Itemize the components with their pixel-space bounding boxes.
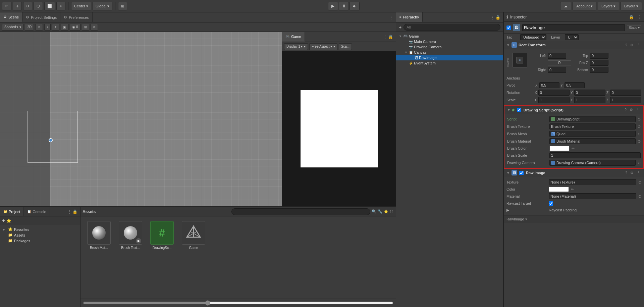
pivot-btn[interactable]: Center ▾ [71,2,91,10]
transform-handle[interactable] [49,138,53,142]
color-swatch[interactable] [549,187,569,192]
shading-mode-btn[interactable]: Shaded ▾ [2,24,23,31]
cloud-btn[interactable]: ☁ [560,2,571,10]
tab-preferences[interactable]: ⚙ Preferences [60,12,92,22]
project-tab-more[interactable]: ⋮ 🔒 [65,207,80,216]
raycast-target-checkbox[interactable] [549,201,553,206]
account-btn[interactable]: Account ▾ [573,2,596,10]
play-btn[interactable]: ▶ [328,2,338,10]
raw-image-settings-btn[interactable]: ⚙ [629,170,635,175]
assets-tree-item[interactable]: 📁 Assets [0,232,80,238]
brush-mesh-circle-btn[interactable]: ⊙ [638,132,641,136]
step-btn[interactable]: ⏭ [350,2,360,10]
bottom-input[interactable] [590,67,608,73]
rect-transform-help-btn[interactable]: ? [624,43,628,48]
object-name-input[interactable] [522,24,625,31]
rotate-tool-btn[interactable]: ↺ [23,2,32,10]
raw-image-more-btn[interactable]: ⋮ [636,170,641,175]
rect-tool-btn[interactable]: ⬜ [44,2,55,10]
tab-scene[interactable]: ⚙ Scene [0,12,22,22]
anchor-widget[interactable] [513,53,527,67]
right-input[interactable] [548,67,566,73]
game-tab-more[interactable]: ⋮ 🔒 [380,32,396,42]
drawing-script-help-btn[interactable]: ? [624,107,628,112]
rot-z-input[interactable] [610,90,641,96]
asset-brush-material[interactable]: Brush Mat... [84,220,114,251]
grid-btn[interactable]: ⊞ [82,24,89,31]
drawing-script-settings-btn[interactable]: ⚙ [629,107,634,112]
hierarchy-item-drawing-camera[interactable]: 📷 Drawing Camera [396,44,503,50]
rect-transform-header[interactable]: ▼ ⊞ Rect Transform ? ⚙ ⋮ [504,41,644,49]
texture-circle-btn[interactable]: ⊙ [638,180,641,185]
posz-input[interactable] [590,60,608,66]
drawing-camera-circle-btn[interactable]: ⊙ [638,161,641,165]
assets-search-input[interactable] [231,208,370,215]
2d-btn[interactable]: 2D [25,24,34,31]
material-circle-btn[interactable]: ⊙ [638,194,641,199]
hierarchy-tab-more[interactable]: ⋮ 🔒 [488,12,503,22]
aspect-btn[interactable]: Free Aspect ▾ [309,43,337,50]
object-active-checkbox[interactable] [506,25,511,30]
light-btn[interactable]: ☀ [35,24,43,31]
hand-tool-btn[interactable]: ☞ [2,2,11,10]
space-btn[interactable]: Global ▾ [93,2,112,10]
tab-project-settings[interactable]: ⚙ Project Settings [22,12,60,22]
snap-btn[interactable]: ⊞ [118,2,127,10]
brush-color-swatch[interactable] [549,146,570,151]
static-badge[interactable]: Static ▾ [627,25,641,30]
layout-btn[interactable]: Layout ▾ [621,2,642,10]
brush-color-edit-icon[interactable]: ✏ [572,146,575,151]
hierarchy-item-canvas[interactable]: ▼ 📋 Canvas [396,50,503,55]
zoom-slider[interactable] [83,300,393,306]
raw-image-enable-checkbox[interactable] [519,171,524,175]
tab-project[interactable]: 📁 Project [0,207,24,216]
favorites-tree-item[interactable]: ▶ ⭐ Favorites [0,226,80,232]
script-circle-btn[interactable]: ⊙ [638,117,641,121]
tab-hierarchy[interactable]: ≡ Hierarchy [396,12,423,22]
raw-image-header[interactable]: ▼ 🖼 Raw Image ? ⚙ ⋮ [504,169,644,177]
brush-texture-circle-btn[interactable]: ⊙ [638,124,641,129]
layers-btn[interactable]: Layers ▾ [598,2,619,10]
asset-brush-texture[interactable]: ▶ Brush Text... [115,220,146,251]
project-add-btn[interactable]: + [2,218,5,224]
inspector-more[interactable]: ⋮ [637,15,641,19]
tag-select[interactable]: Untagged [520,34,546,40]
hierarchy-search-input[interactable] [404,24,500,31]
raw-image-help-btn[interactable]: ? [624,170,628,175]
brush-material-circle-btn[interactable]: ⊙ [638,139,641,144]
lock-icon[interactable]: 🔒 [629,15,634,19]
pause-btn[interactable]: ⏸ [339,2,349,10]
tab-game[interactable]: 🎮 Game [282,32,305,42]
tab-more-1[interactable]: ⋮ [386,12,396,22]
drawing-script-header[interactable]: ▼ # Drawing Script (Script) ? ⚙ ⋮ [504,106,643,114]
snap-toggle-btn[interactable]: ✕ [91,24,98,31]
audio-btn[interactable]: ♪ [44,24,51,31]
color-edit-icon[interactable]: ✏ [571,187,574,192]
scale-y-input[interactable] [574,97,605,103]
scale-tool-btn[interactable]: ⬡ [34,2,43,10]
rot-y-input[interactable] [574,90,605,96]
gizmos-btn[interactable]: ▣ [61,24,68,31]
display-btn[interactable]: Display 1 ▾ [284,43,308,50]
drawing-script-more-btn[interactable]: ⋮ [635,107,641,112]
hierarchy-item-eventsystem[interactable]: ⚡ EventSystem [396,60,503,66]
move-tool-btn[interactable]: ✛ [13,2,22,10]
hierarchy-item-main-camera[interactable]: 📷 Main Camera [396,39,503,44]
scale-x-input[interactable] [538,97,570,103]
hierarchy-item-game[interactable]: ▼ 🎮 Game [396,33,503,39]
top-input[interactable] [590,53,608,59]
hierarchy-item-rawimage[interactable]: 🖼 RawImage [396,55,503,60]
rect-transform-settings-btn[interactable]: ⚙ [629,43,635,48]
transform-tool-btn[interactable]: ✦ [56,2,65,10]
hierarchy-add-btn[interactable]: + [399,24,401,30]
layer-select[interactable]: UI [565,34,579,40]
rect-transform-more-btn[interactable]: ⋮ [636,43,641,48]
drawing-script-enable-checkbox[interactable] [517,108,521,112]
left-input[interactable] [548,53,566,59]
tab-console[interactable]: 📋 Console [24,207,50,216]
pivot-x-input[interactable] [539,82,559,88]
asset-drawing-script[interactable]: # DrawingSc... [147,220,177,251]
right-r-btn[interactable]: R [548,60,571,65]
rot-x-input[interactable] [538,90,570,96]
asset-game-scene[interactable]: Game [178,220,209,251]
